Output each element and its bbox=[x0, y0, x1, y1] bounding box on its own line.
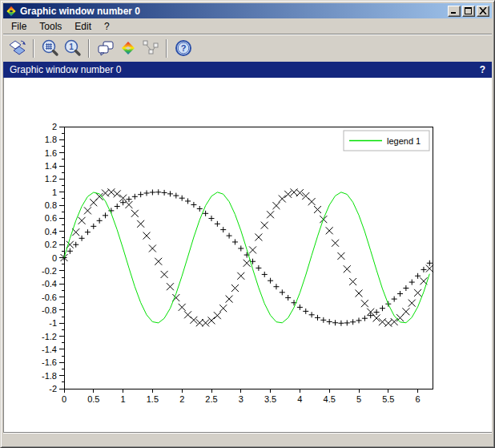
rotate-button[interactable] bbox=[6, 38, 28, 59]
menu-item-help[interactable]: ? bbox=[98, 19, 116, 34]
x-tick-label: 2 bbox=[179, 394, 184, 404]
x-tick-label: 4.5 bbox=[324, 394, 336, 404]
legend: legend 1 bbox=[344, 131, 429, 151]
caption-help-button[interactable]: ? bbox=[480, 64, 485, 75]
x-tick-label: 3.5 bbox=[264, 394, 276, 404]
y-tick-label: -0.2 bbox=[42, 266, 57, 276]
close-button[interactable] bbox=[477, 6, 489, 17]
title-bar: Graphic window number 0 bbox=[3, 3, 492, 18]
figure-windows-icon bbox=[97, 39, 115, 57]
graphics-editor-icon bbox=[119, 39, 137, 57]
x-tick-label: 5.5 bbox=[382, 394, 394, 404]
minimize-button[interactable] bbox=[448, 6, 461, 17]
x-tick-label: 1.5 bbox=[147, 394, 159, 404]
svg-text:?: ? bbox=[180, 43, 186, 53]
zoom-area-button[interactable] bbox=[39, 38, 61, 59]
y-tick-label: 0.6 bbox=[45, 213, 57, 223]
y-tick-label: 0 bbox=[52, 253, 57, 263]
y-tick-label: -1 bbox=[49, 318, 57, 328]
plot-frame bbox=[64, 127, 433, 389]
menu-item-tools[interactable]: Tools bbox=[33, 19, 68, 34]
maximize-button[interactable] bbox=[462, 6, 475, 17]
y-tick-label: 2 bbox=[52, 122, 57, 131]
y-tick-label: 1.2 bbox=[45, 174, 57, 184]
y-tick-label: 0.4 bbox=[45, 227, 57, 236]
window-title: Graphic window number 0 bbox=[20, 6, 445, 17]
x-tick-label: 4 bbox=[297, 394, 302, 404]
y-tick-label: -0.4 bbox=[42, 279, 57, 289]
y-tick-label: 1 bbox=[52, 188, 57, 197]
y-tick-label: -1.6 bbox=[42, 357, 57, 367]
y-tick-label: -0.8 bbox=[42, 305, 57, 315]
select-entity-icon bbox=[142, 39, 159, 57]
graphic-window: Graphic window number 0 File Tools Edit … bbox=[0, 0, 495, 448]
y-tick-label: -1.4 bbox=[42, 345, 57, 354]
menu-item-file[interactable]: File bbox=[5, 19, 33, 34]
caption-bar: Graphic window number 0 ? bbox=[3, 62, 492, 78]
y-tick-label: 0.8 bbox=[45, 200, 57, 210]
zoom-area-icon bbox=[42, 39, 59, 57]
x-tick-label: 3 bbox=[239, 394, 243, 404]
y-tick-label: -1.2 bbox=[42, 332, 57, 341]
graphics-editor-button[interactable] bbox=[117, 38, 139, 59]
window-controls bbox=[448, 6, 489, 17]
figure-windows-button[interactable] bbox=[95, 38, 116, 59]
y-axis: 21.81.61.41.210.80.60.40.20-0.2-0.4-0.6-… bbox=[42, 122, 64, 394]
y-tick-label: -2 bbox=[49, 384, 57, 394]
caption-title: Graphic window number 0 bbox=[10, 64, 480, 75]
toolbar-separator bbox=[33, 39, 34, 58]
menu-item-edit[interactable]: Edit bbox=[68, 19, 98, 34]
toolbar-separator bbox=[166, 39, 167, 58]
x-tick-label: 2.5 bbox=[205, 394, 217, 404]
select-entity-button[interactable] bbox=[139, 38, 161, 59]
chart-svg: 00.511.522.533.544.555.5621.81.61.41.210… bbox=[3, 78, 492, 431]
scilab-app-icon bbox=[6, 6, 17, 17]
y-tick-label: -0.6 bbox=[42, 293, 57, 302]
y-tick-label: -1.8 bbox=[42, 371, 57, 381]
zoom-original-icon: 1 bbox=[64, 39, 82, 57]
x-tick-label: 5 bbox=[356, 394, 361, 404]
x-tick-label: 0.5 bbox=[87, 394, 99, 404]
y-tick-label: 1.4 bbox=[45, 161, 57, 171]
status-bar bbox=[3, 432, 492, 445]
y-tick-label: 1.8 bbox=[45, 135, 57, 144]
figure-canvas: 00.511.522.533.544.555.5621.81.61.41.210… bbox=[3, 78, 492, 432]
svg-text:1: 1 bbox=[69, 42, 74, 51]
legend-label: legend 1 bbox=[387, 136, 421, 146]
y-tick-label: 0.2 bbox=[45, 240, 57, 249]
help-button[interactable]: ? bbox=[172, 38, 194, 59]
toolbar: 1 bbox=[3, 34, 492, 62]
x-tick-label: 6 bbox=[416, 394, 421, 404]
help-icon: ? bbox=[175, 39, 192, 57]
zoom-original-button[interactable]: 1 bbox=[62, 38, 83, 59]
series-sinx bbox=[62, 189, 433, 326]
y-tick-label: 1.6 bbox=[45, 148, 57, 158]
toolbar-separator bbox=[88, 39, 90, 58]
x-tick-label: 0 bbox=[62, 394, 66, 404]
x-axis: 00.511.522.533.544.555.56 bbox=[62, 389, 421, 404]
menu-bar: File Tools Edit ? bbox=[3, 18, 492, 34]
rotate-icon bbox=[9, 39, 26, 57]
x-tick-label: 1 bbox=[121, 394, 126, 404]
